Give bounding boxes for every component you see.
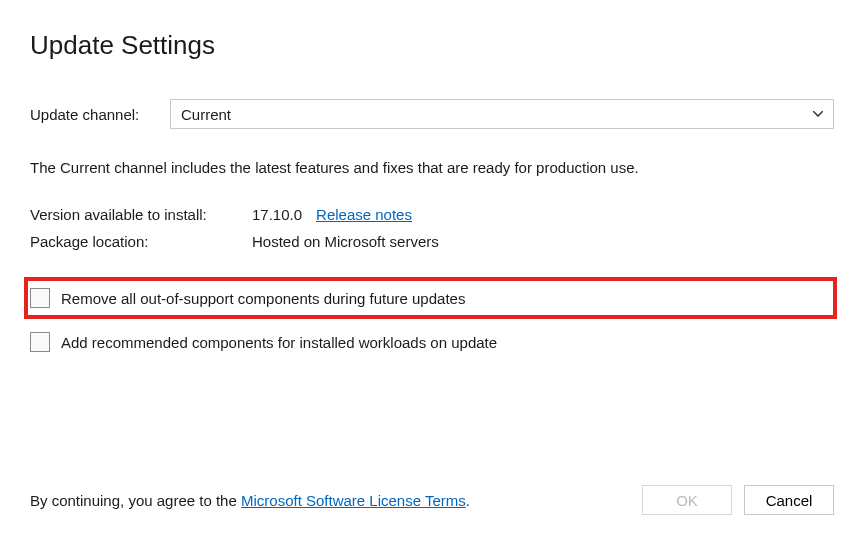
- footer-buttons: OK Cancel: [642, 485, 834, 515]
- update-channel-row: Update channel: Current: [30, 99, 834, 129]
- package-location-label: Package location:: [30, 233, 252, 250]
- chevron-down-icon: [813, 111, 823, 117]
- version-value: 17.10.0: [252, 206, 302, 223]
- release-notes-link[interactable]: Release notes: [316, 206, 412, 223]
- add-components-checkbox[interactable]: [30, 332, 50, 352]
- ok-button[interactable]: OK: [642, 485, 732, 515]
- remove-components-label[interactable]: Remove all out-of-support components dur…: [61, 290, 465, 307]
- add-components-label[interactable]: Add recommended components for installed…: [61, 334, 497, 351]
- update-channel-value: Current: [181, 106, 231, 123]
- page-title: Update Settings: [30, 30, 834, 61]
- version-row: Version available to install: 17.10.0 Re…: [30, 206, 834, 223]
- package-location-row: Package location: Hosted on Microsoft se…: [30, 233, 834, 250]
- remove-components-row: Remove all out-of-support components dur…: [27, 280, 834, 316]
- add-components-row: Add recommended components for installed…: [30, 326, 834, 358]
- cancel-button[interactable]: Cancel: [744, 485, 834, 515]
- license-suffix: .: [466, 492, 470, 509]
- info-section: Version available to install: 17.10.0 Re…: [30, 206, 834, 250]
- remove-components-checkbox[interactable]: [30, 288, 50, 308]
- footer: By continuing, you agree to the Microsof…: [30, 485, 834, 515]
- license-link[interactable]: Microsoft Software License Terms: [241, 492, 466, 509]
- update-channel-label: Update channel:: [30, 106, 170, 123]
- version-label: Version available to install:: [30, 206, 252, 223]
- license-text: By continuing, you agree to the Microsof…: [30, 492, 470, 509]
- channel-description: The Current channel includes the latest …: [30, 159, 834, 176]
- license-prefix: By continuing, you agree to the: [30, 492, 241, 509]
- update-channel-dropdown[interactable]: Current: [170, 99, 834, 129]
- package-location-value: Hosted on Microsoft servers: [252, 233, 439, 250]
